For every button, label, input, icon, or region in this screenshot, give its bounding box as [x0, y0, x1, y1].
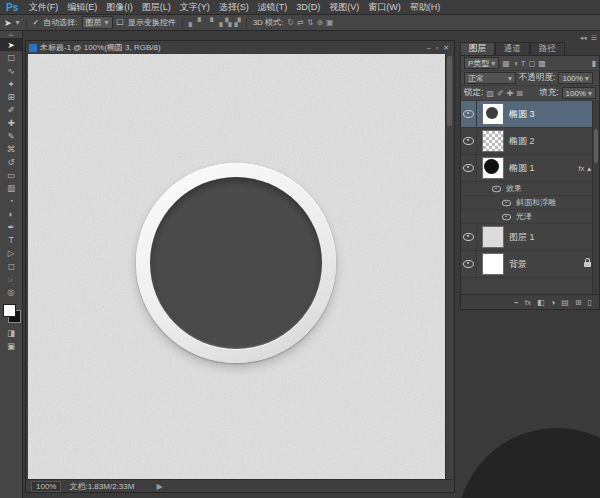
visibility-cell[interactable] [461, 224, 477, 250]
eye-icon[interactable] [502, 199, 511, 205]
menu-window[interactable]: 窗口(W) [364, 1, 406, 14]
blur-tool[interactable]: ◔ [0, 194, 22, 207]
toolbar-grip[interactable]: ▪▪ [0, 31, 22, 38]
show-transform-checkbox[interactable]: ☐ [117, 18, 124, 27]
fx-collapse-icon[interactable]: ▴ [587, 164, 591, 173]
dodge-tool[interactable]: ◐ [0, 207, 22, 220]
menu-edit[interactable]: 编辑(E) [63, 1, 102, 14]
lock-paint-icon[interactable]: ✐ [497, 89, 504, 98]
auto-select-dropdown[interactable]: 图层 ▾ [82, 16, 113, 29]
spot-healing-tool[interactable]: ✚ [0, 116, 22, 129]
align-left-icon[interactable]: ▖ [189, 18, 194, 27]
visibility-cell[interactable] [461, 251, 477, 277]
move-tool[interactable]: ➤ [0, 38, 22, 51]
layer-thumbnail[interactable] [482, 130, 504, 152]
opacity-dropdown[interactable]: 100% ▾ [558, 72, 592, 84]
layer-thumbnail[interactable] [482, 253, 504, 275]
filter-kind-dropdown[interactable]: P类型 ▾ [464, 57, 499, 69]
visibility-cell[interactable] [461, 101, 477, 127]
screen-mode-button[interactable]: ▣ [0, 339, 22, 352]
3d-rotate-icon[interactable]: ↻ [287, 18, 293, 27]
filter-type-icon[interactable]: T [521, 59, 526, 68]
menu-file[interactable]: 文件(F) [24, 1, 63, 14]
lock-move-icon[interactable]: ✚ [507, 89, 514, 98]
rectangle-shape-tool[interactable]: ◻ [0, 259, 22, 272]
panel-menu-icon[interactable]: ☰ [591, 34, 597, 42]
quick-mask-button[interactable]: ◨ [0, 326, 22, 339]
distribute-h-icon[interactable]: ▞ [234, 18, 239, 27]
new-layer-icon[interactable]: ⊞ [575, 298, 582, 307]
layer-name[interactable]: 背景 [509, 258, 527, 271]
3d-drag-icon[interactable]: ⇅ [307, 18, 313, 27]
filter-adjustment-icon[interactable]: ◑ [513, 59, 518, 68]
lock-transparent-icon[interactable]: ▨ [486, 89, 494, 98]
preset-dropdown-arrow-icon[interactable]: ▾ [16, 18, 20, 27]
lock-all-icon[interactable]: ⊠ [516, 89, 523, 98]
type-tool[interactable]: T [0, 233, 22, 246]
menu-filter[interactable]: 滤镜(T) [253, 1, 292, 14]
filter-smart-object-icon[interactable]: ▩ [538, 59, 546, 68]
visibility-cell[interactable] [461, 128, 477, 154]
layer-list-scrollbar[interactable] [592, 101, 599, 294]
menu-view[interactable]: 视图(V) [325, 1, 364, 14]
tab-layers[interactable]: 图层 [460, 42, 495, 55]
3d-slide-icon[interactable]: ⊕ [316, 18, 322, 27]
gradient-tool[interactable]: ▥ [0, 181, 22, 194]
menu-select[interactable]: 选择(S) [214, 1, 253, 14]
fx-badge[interactable]: fx [578, 164, 584, 173]
new-group-icon[interactable]: ▤ [561, 298, 569, 307]
status-options-arrow-icon[interactable]: ▶ [156, 482, 162, 491]
layer-thumbnail[interactable] [482, 226, 504, 248]
layer-thumbnail[interactable] [482, 157, 504, 179]
link-layers-icon[interactable]: ⌁ [514, 298, 519, 307]
marquee-tool[interactable]: ☐ [0, 51, 22, 64]
move-tool-preset-icon[interactable]: ➤ [4, 18, 12, 28]
menu-type[interactable]: 文字(Y) [175, 1, 214, 14]
foreground-color-swatch[interactable] [3, 304, 16, 317]
document-title-bar[interactable]: 未标题-1 @ 100%(椭圆 3, RGB/8) ‒ ▫ ✕ [26, 41, 454, 55]
tab-paths[interactable]: 路径 [530, 42, 565, 55]
history-brush-tool[interactable]: ↺ [0, 155, 22, 168]
align-center-icon[interactable]: ▘ [198, 18, 203, 27]
clone-stamp-tool[interactable]: ⌘ [0, 142, 22, 155]
layer-name[interactable]: 椭圆 1 [509, 162, 535, 175]
layer-row-ellipse1[interactable]: 椭圆 1 fx ▴ [461, 155, 599, 182]
distribute-v-icon[interactable]: ▚ [225, 18, 230, 27]
effect-row-satin[interactable]: 光泽 [461, 210, 599, 224]
eyedropper-tool[interactable]: ✐ [0, 103, 22, 116]
pen-tool[interactable]: ✒ [0, 220, 22, 233]
3d-roll-icon[interactable]: ⇄ [297, 18, 303, 27]
align-right-icon[interactable]: ▝ [207, 18, 212, 27]
canvas[interactable] [28, 54, 447, 479]
delete-layer-icon[interactable]: ▯ [588, 298, 592, 307]
menu-layer[interactable]: 图层(L) [137, 1, 175, 14]
eye-icon[interactable] [502, 213, 511, 219]
filter-pixel-icon[interactable]: ▦ [502, 59, 510, 68]
menu-3d[interactable]: 3D(D) [292, 2, 325, 12]
add-mask-icon[interactable]: ◧ [537, 298, 545, 307]
brush-tool[interactable]: ✎ [0, 129, 22, 142]
filter-shape-icon[interactable]: ◻ [529, 59, 536, 68]
visibility-cell[interactable] [461, 155, 477, 181]
layer-row-ellipse3[interactable]: 椭圆 3 [461, 101, 599, 128]
tab-channels[interactable]: 通道 [495, 42, 530, 55]
layer-name[interactable]: 椭圆 2 [509, 135, 535, 148]
menu-image[interactable]: 图像(I) [102, 1, 138, 14]
eraser-tool[interactable]: ▭ [0, 168, 22, 181]
collapse-panels-icon[interactable]: ◂◂ [580, 34, 587, 42]
layer-row-ellipse2[interactable]: 椭圆 2 [461, 128, 599, 155]
hand-tool[interactable]: ☞ [0, 272, 22, 285]
layer-style-icon[interactable]: fx [525, 298, 531, 307]
align-top-icon[interactable]: ▗ [216, 18, 221, 27]
lasso-tool[interactable]: ∿ [0, 64, 22, 77]
zoom-tool[interactable]: ◎ [0, 285, 22, 298]
effects-header-row[interactable]: 效果 [461, 182, 599, 196]
menu-help[interactable]: 帮助(H) [405, 1, 445, 14]
layer-row-background[interactable]: 背景 [461, 251, 599, 278]
path-selection-tool[interactable]: ▷ [0, 246, 22, 259]
3d-scale-icon[interactable]: ▣ [326, 18, 333, 27]
eye-icon[interactable] [492, 185, 501, 191]
effect-row-bevel[interactable]: 斜面和浮雕 [461, 196, 599, 210]
vertical-scrollbar[interactable] [445, 54, 453, 479]
layer-list-scrollbar-thumb[interactable] [594, 129, 598, 163]
